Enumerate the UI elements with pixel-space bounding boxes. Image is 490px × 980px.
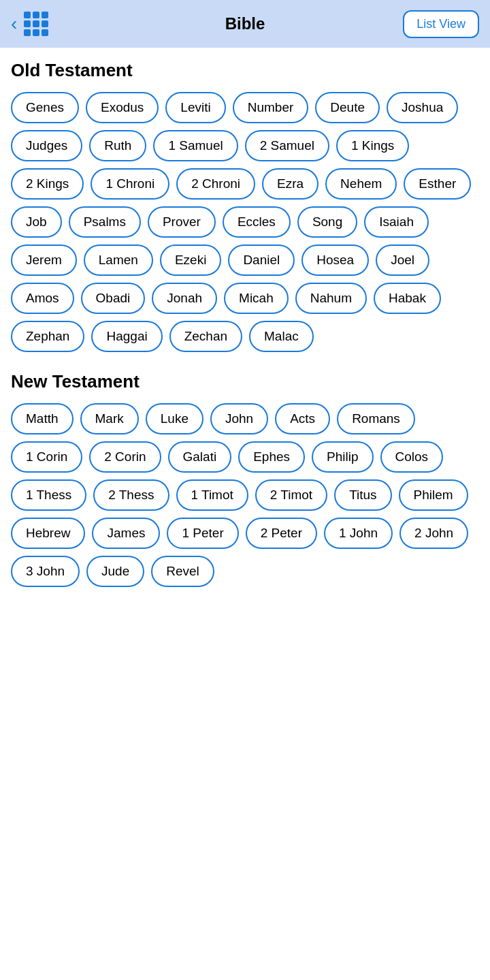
book-pill[interactable]: Amos bbox=[11, 283, 74, 314]
book-pill[interactable]: Mark bbox=[80, 403, 139, 434]
book-pill[interactable]: 2 Peter bbox=[246, 518, 317, 549]
book-pill[interactable]: Jonah bbox=[152, 283, 217, 314]
book-pill[interactable]: Ephes bbox=[238, 441, 305, 473]
grid-view-button[interactable] bbox=[24, 12, 48, 36]
book-pill[interactable]: Nehem bbox=[325, 168, 397, 200]
book-pill[interactable]: Nahum bbox=[295, 283, 367, 314]
new-testament-title: New Testament bbox=[11, 371, 479, 392]
book-pill[interactable]: Exodus bbox=[86, 92, 159, 123]
book-pill[interactable]: Esther bbox=[404, 168, 471, 200]
book-pill[interactable]: Galati bbox=[168, 441, 232, 473]
book-pill[interactable]: Obadi bbox=[81, 283, 146, 314]
book-pill[interactable]: Song bbox=[297, 206, 357, 238]
book-pill[interactable]: Philip bbox=[312, 441, 373, 473]
book-pill[interactable]: Number bbox=[233, 92, 309, 123]
book-pill[interactable]: John bbox=[210, 403, 268, 434]
book-pill[interactable]: 2 Corin bbox=[89, 441, 161, 473]
book-pill[interactable]: Prover bbox=[148, 206, 216, 238]
book-pill[interactable]: Joshua bbox=[387, 92, 458, 123]
book-pill[interactable]: Haggai bbox=[91, 321, 162, 352]
book-pill[interactable]: Ezra bbox=[262, 168, 318, 200]
new-testament-books: MatthMarkLukeJohnActsRomans1 Corin2 Cori… bbox=[11, 403, 479, 587]
book-pill[interactable]: Ezeki bbox=[160, 244, 221, 276]
old-testament-title: Old Testament bbox=[11, 60, 479, 81]
book-pill[interactable]: 2 Kings bbox=[11, 168, 84, 200]
book-pill[interactable]: Hebrew bbox=[11, 518, 85, 549]
book-pill[interactable]: Judges bbox=[11, 130, 82, 161]
book-pill[interactable]: 1 Thess bbox=[11, 479, 86, 511]
book-pill[interactable]: James bbox=[92, 518, 160, 549]
book-pill[interactable]: 1 Kings bbox=[336, 130, 409, 161]
book-pill[interactable]: 2 Thess bbox=[93, 479, 169, 511]
book-pill[interactable]: Revel bbox=[151, 556, 214, 587]
book-pill[interactable]: Colos bbox=[380, 441, 444, 473]
book-pill[interactable]: Luke bbox=[146, 403, 203, 434]
book-pill[interactable]: 2 Timot bbox=[255, 479, 327, 511]
back-button[interactable]: ‹ bbox=[11, 13, 17, 35]
book-pill[interactable]: Philem bbox=[399, 479, 468, 511]
old-testament-section: Old Testament GenesExodusLevitiNumberDeu… bbox=[11, 60, 479, 352]
book-pill[interactable]: Deute bbox=[315, 92, 380, 123]
book-pill[interactable]: Isaiah bbox=[364, 206, 429, 238]
book-pill[interactable]: 2 John bbox=[399, 518, 468, 549]
list-view-button[interactable]: List View bbox=[403, 10, 479, 38]
book-pill[interactable]: Ruth bbox=[89, 130, 146, 161]
book-pill[interactable]: Matth bbox=[11, 403, 74, 434]
book-pill[interactable]: Zephan bbox=[11, 321, 84, 352]
book-pill[interactable]: Genes bbox=[11, 92, 79, 123]
book-pill[interactable]: Lamen bbox=[84, 244, 153, 276]
book-pill[interactable]: 1 Peter bbox=[167, 518, 238, 549]
book-pill[interactable]: Daniel bbox=[228, 244, 295, 276]
book-pill[interactable]: Eccles bbox=[223, 206, 291, 238]
book-pill[interactable]: Joel bbox=[376, 244, 429, 276]
main-content: Old Testament GenesExodusLevitiNumberDeu… bbox=[0, 48, 490, 627]
header-left: ‹ bbox=[11, 12, 48, 36]
book-pill[interactable]: Zechan bbox=[169, 321, 242, 352]
book-pill[interactable]: Jerem bbox=[11, 244, 77, 276]
book-pill[interactable]: 2 Samuel bbox=[245, 130, 329, 161]
book-pill[interactable]: Jude bbox=[86, 556, 144, 587]
new-testament-section: New Testament MatthMarkLukeJohnActsRoman… bbox=[11, 371, 479, 587]
book-pill[interactable]: Micah bbox=[224, 283, 289, 314]
book-pill[interactable]: 1 John bbox=[324, 518, 393, 549]
book-pill[interactable]: Leviti bbox=[165, 92, 225, 123]
book-pill[interactable]: Acts bbox=[275, 403, 330, 434]
book-pill[interactable]: Titus bbox=[334, 479, 391, 511]
book-pill[interactable]: Psalms bbox=[69, 206, 141, 238]
old-testament-books: GenesExodusLevitiNumberDeuteJoshuaJudges… bbox=[11, 92, 479, 352]
app-header: ‹ Bible List View bbox=[0, 0, 490, 48]
book-pill[interactable]: Romans bbox=[337, 403, 415, 434]
book-pill[interactable]: 1 Samuel bbox=[153, 130, 238, 161]
book-pill[interactable]: Job bbox=[11, 206, 62, 238]
book-pill[interactable]: 3 John bbox=[11, 556, 80, 587]
book-pill[interactable]: 1 Corin bbox=[11, 441, 82, 473]
book-pill[interactable]: Malac bbox=[249, 321, 314, 352]
book-pill[interactable]: 1 Timot bbox=[176, 479, 248, 511]
page-title: Bible bbox=[225, 14, 265, 33]
book-pill[interactable]: 1 Chroni bbox=[91, 168, 169, 200]
book-pill[interactable]: Habak bbox=[374, 283, 441, 314]
book-pill[interactable]: 2 Chroni bbox=[176, 168, 255, 200]
book-pill[interactable]: Hosea bbox=[301, 244, 369, 276]
